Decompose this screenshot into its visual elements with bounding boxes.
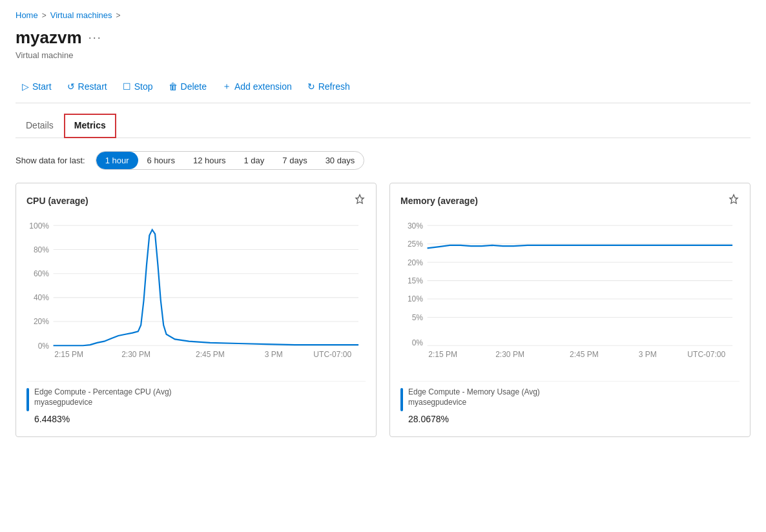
add-icon: ＋ bbox=[222, 81, 231, 92]
memory-legend-color bbox=[400, 388, 403, 411]
svg-text:3 PM: 3 PM bbox=[265, 350, 283, 359]
time-pill-1hour[interactable]: 1 hour bbox=[96, 152, 138, 169]
memory-pin-icon[interactable] bbox=[728, 194, 740, 208]
cpu-legend-value: 6.4483% bbox=[34, 409, 172, 426]
svg-text:25%: 25% bbox=[408, 240, 423, 249]
cpu-chart-legend: Edge Compute - Percentage CPU (Avg) myas… bbox=[26, 381, 366, 427]
memory-chart-svg-wrapper: 30% 25% 20% 15% 10% 5% 0% bbox=[400, 216, 740, 373]
time-pill-7days[interactable]: 7 days bbox=[273, 152, 316, 169]
svg-text:0%: 0% bbox=[38, 342, 50, 351]
delete-icon: 🗑 bbox=[169, 81, 178, 92]
restart-button[interactable]: ↺ Restart bbox=[61, 77, 114, 96]
more-menu-icon[interactable]: ··· bbox=[88, 31, 102, 45]
memory-chart-legend: Edge Compute - Memory Usage (Avg) myaseg… bbox=[400, 381, 740, 427]
toolbar: ▷ Start ↺ Restart ☐ Stop 🗑 Delete ＋ Add … bbox=[16, 70, 750, 103]
memory-chart-card: Memory (average) 30% 25% 20% 15% 10% 5% … bbox=[389, 183, 750, 437]
time-pill-6hours[interactable]: 6 hours bbox=[138, 152, 184, 169]
breadcrumb: Home > Virtual machines > bbox=[16, 10, 750, 20]
restart-icon: ↺ bbox=[67, 81, 75, 92]
page-subtitle: Virtual machine bbox=[16, 50, 750, 60]
time-filter-row: Show data for last: 1 hour 6 hours 12 ho… bbox=[16, 151, 750, 170]
breadcrumb-sep2: > bbox=[116, 11, 121, 20]
memory-legend-info: Edge Compute - Memory Usage (Avg) myaseg… bbox=[408, 387, 540, 427]
svg-text:100%: 100% bbox=[29, 221, 49, 230]
stop-icon: ☐ bbox=[123, 81, 131, 92]
cpu-legend-device: myasegpudevice bbox=[34, 397, 172, 408]
cpu-pin-icon[interactable] bbox=[354, 194, 366, 208]
start-label: Start bbox=[32, 81, 52, 92]
svg-text:5%: 5% bbox=[412, 313, 424, 322]
svg-text:15%: 15% bbox=[408, 276, 423, 285]
page-title: myazvm bbox=[16, 28, 82, 48]
time-pill-12hours[interactable]: 12 hours bbox=[184, 152, 235, 169]
time-filter-label: Show data for last: bbox=[16, 156, 85, 165]
delete-label: Delete bbox=[181, 81, 207, 92]
svg-text:2:30 PM: 2:30 PM bbox=[495, 350, 524, 359]
stop-label: Stop bbox=[134, 81, 153, 92]
restart-label: Restart bbox=[78, 81, 107, 92]
svg-text:10%: 10% bbox=[408, 294, 423, 303]
start-button[interactable]: ▷ Start bbox=[16, 77, 58, 96]
time-filter-pills: 1 hour 6 hours 12 hours 1 day 7 days 30 … bbox=[96, 151, 365, 170]
svg-text:60%: 60% bbox=[34, 269, 49, 278]
svg-text:80%: 80% bbox=[34, 245, 49, 254]
cpu-legend-series: Edge Compute - Percentage CPU (Avg) bbox=[34, 387, 172, 398]
tabs-bar: Details Metrics bbox=[16, 114, 750, 138]
refresh-label: Refresh bbox=[318, 81, 350, 92]
svg-text:0%: 0% bbox=[412, 338, 424, 347]
breadcrumb-home[interactable]: Home bbox=[16, 10, 38, 20]
svg-text:UTC-07:00: UTC-07:00 bbox=[313, 350, 351, 359]
memory-chart-header: Memory (average) bbox=[400, 194, 740, 208]
cpu-chart-svg-wrapper: 100% 80% 60% 40% 20% 0% 2:15 P bbox=[26, 216, 366, 373]
start-icon: ▷ bbox=[22, 81, 29, 92]
svg-text:30%: 30% bbox=[408, 221, 423, 230]
svg-text:20%: 20% bbox=[34, 317, 49, 326]
breadcrumb-sep1: > bbox=[42, 11, 47, 20]
memory-legend-series: Edge Compute - Memory Usage (Avg) bbox=[408, 387, 540, 398]
cpu-chart-card: CPU (average) 100% 80% 60% 40% 20% 0% bbox=[16, 183, 377, 437]
cpu-chart-header: CPU (average) bbox=[26, 194, 366, 208]
refresh-button[interactable]: ↻ Refresh bbox=[301, 77, 357, 96]
add-extension-label: Add extension bbox=[234, 81, 292, 92]
tab-details[interactable]: Details bbox=[16, 114, 64, 138]
refresh-icon: ↻ bbox=[307, 81, 315, 92]
svg-text:UTC-07:00: UTC-07:00 bbox=[687, 350, 725, 359]
cpu-chart-title: CPU (average) bbox=[26, 196, 88, 206]
svg-text:2:15 PM: 2:15 PM bbox=[54, 350, 83, 359]
memory-legend-device: myasegpudevice bbox=[408, 397, 540, 408]
time-pill-1day[interactable]: 1 day bbox=[235, 152, 274, 169]
stop-button[interactable]: ☐ Stop bbox=[116, 77, 160, 96]
page-header: myazvm ··· bbox=[16, 28, 750, 48]
add-extension-button[interactable]: ＋ Add extension bbox=[216, 77, 298, 96]
delete-button[interactable]: 🗑 Delete bbox=[162, 77, 213, 96]
svg-text:20%: 20% bbox=[408, 258, 423, 267]
memory-legend-value: 28.0678% bbox=[408, 409, 540, 426]
charts-grid: CPU (average) 100% 80% 60% 40% 20% 0% bbox=[16, 183, 750, 437]
svg-text:3 PM: 3 PM bbox=[639, 350, 657, 359]
svg-text:2:45 PM: 2:45 PM bbox=[196, 350, 225, 359]
memory-chart-title: Memory (average) bbox=[400, 196, 478, 206]
breadcrumb-vms[interactable]: Virtual machines bbox=[50, 10, 112, 20]
tab-metrics[interactable]: Metrics bbox=[64, 114, 116, 138]
svg-text:2:15 PM: 2:15 PM bbox=[428, 350, 457, 359]
svg-text:2:45 PM: 2:45 PM bbox=[570, 350, 599, 359]
cpu-legend-info: Edge Compute - Percentage CPU (Avg) myas… bbox=[34, 387, 172, 427]
svg-text:2:30 PM: 2:30 PM bbox=[121, 350, 150, 359]
svg-text:40%: 40% bbox=[34, 293, 49, 302]
time-pill-30days[interactable]: 30 days bbox=[316, 152, 364, 169]
cpu-legend-color bbox=[26, 388, 29, 411]
